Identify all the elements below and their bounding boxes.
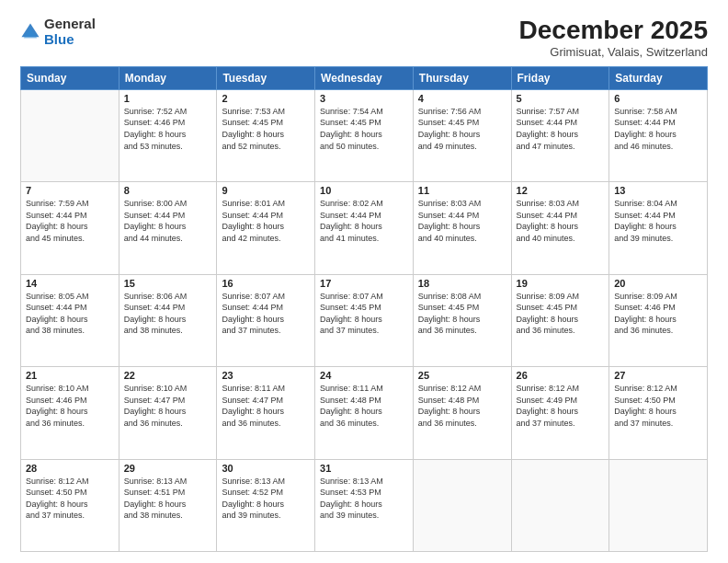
day-number: 18 — [418, 278, 506, 289]
day-number: 28 — [26, 463, 114, 474]
day-number: 14 — [26, 278, 114, 289]
day-info: Sunrise: 8:08 AM Sunset: 4:45 PM Dayligh… — [418, 291, 506, 337]
day-number: 25 — [418, 370, 506, 381]
calendar-week-4: 28Sunrise: 8:12 AM Sunset: 4:50 PM Dayli… — [21, 459, 708, 551]
calendar-cell: 31Sunrise: 8:13 AM Sunset: 4:53 PM Dayli… — [315, 459, 414, 551]
calendar-cell: 7Sunrise: 7:59 AM Sunset: 4:44 PM Daylig… — [21, 182, 119, 274]
day-info: Sunrise: 8:00 AM Sunset: 4:44 PM Dayligh… — [124, 198, 212, 244]
day-number: 10 — [320, 185, 408, 196]
day-number: 20 — [614, 278, 702, 289]
day-number: 30 — [222, 463, 310, 474]
col-header-saturday: Saturday — [609, 66, 708, 89]
calendar-cell: 14Sunrise: 8:05 AM Sunset: 4:44 PM Dayli… — [21, 274, 119, 366]
month-title: December 2025 — [519, 17, 708, 45]
day-number: 24 — [320, 370, 408, 381]
day-info: Sunrise: 7:57 AM Sunset: 4:44 PM Dayligh… — [517, 106, 605, 152]
day-info: Sunrise: 8:12 AM Sunset: 4:49 PM Dayligh… — [517, 383, 605, 429]
day-info: Sunrise: 8:12 AM Sunset: 4:48 PM Dayligh… — [418, 383, 506, 429]
calendar-header-row: SundayMondayTuesdayWednesdayThursdayFrid… — [21, 66, 708, 89]
day-number: 19 — [517, 278, 605, 289]
logo: General Blue — [20, 17, 96, 47]
day-info: Sunrise: 7:59 AM Sunset: 4:44 PM Dayligh… — [26, 198, 114, 244]
day-number: 1 — [124, 93, 212, 104]
day-number: 16 — [222, 278, 310, 289]
calendar-week-1: 7Sunrise: 7:59 AM Sunset: 4:44 PM Daylig… — [21, 182, 708, 274]
day-number: 15 — [124, 278, 212, 289]
day-info: Sunrise: 8:11 AM Sunset: 4:48 PM Dayligh… — [320, 383, 408, 429]
day-info: Sunrise: 8:11 AM Sunset: 4:47 PM Dayligh… — [222, 383, 310, 429]
day-info: Sunrise: 7:53 AM Sunset: 4:45 PM Dayligh… — [222, 106, 310, 152]
calendar-cell: 25Sunrise: 8:12 AM Sunset: 4:48 PM Dayli… — [413, 367, 511, 459]
day-info: Sunrise: 7:58 AM Sunset: 4:44 PM Dayligh… — [614, 106, 702, 152]
calendar-week-0: 1Sunrise: 7:52 AM Sunset: 4:46 PM Daylig… — [21, 89, 708, 181]
day-info: Sunrise: 8:09 AM Sunset: 4:45 PM Dayligh… — [517, 291, 605, 337]
title-block: December 2025 Grimisuat, Valais, Switzer… — [519, 17, 708, 59]
day-info: Sunrise: 8:10 AM Sunset: 4:47 PM Dayligh… — [124, 383, 212, 429]
day-number: 23 — [222, 370, 310, 381]
calendar-cell: 4Sunrise: 7:56 AM Sunset: 4:45 PM Daylig… — [413, 89, 511, 181]
calendar-cell: 29Sunrise: 8:13 AM Sunset: 4:51 PM Dayli… — [119, 459, 217, 551]
calendar-cell: 26Sunrise: 8:12 AM Sunset: 4:49 PM Dayli… — [511, 367, 609, 459]
day-number: 12 — [517, 185, 605, 196]
day-info: Sunrise: 7:54 AM Sunset: 4:45 PM Dayligh… — [320, 106, 408, 152]
day-info: Sunrise: 7:52 AM Sunset: 4:46 PM Dayligh… — [124, 106, 212, 152]
day-info: Sunrise: 8:06 AM Sunset: 4:44 PM Dayligh… — [124, 291, 212, 337]
day-info: Sunrise: 8:02 AM Sunset: 4:44 PM Dayligh… — [320, 198, 408, 244]
page: General Blue December 2025 Grimisuat, Va… — [0, 0, 728, 563]
logo-general: General — [44, 17, 96, 32]
day-info: Sunrise: 8:03 AM Sunset: 4:44 PM Dayligh… — [517, 198, 605, 244]
day-info: Sunrise: 8:07 AM Sunset: 4:45 PM Dayligh… — [320, 291, 408, 337]
day-info: Sunrise: 8:10 AM Sunset: 4:46 PM Dayligh… — [26, 383, 114, 429]
day-number: 13 — [614, 185, 702, 196]
col-header-sunday: Sunday — [21, 66, 119, 89]
subtitle: Grimisuat, Valais, Switzerland — [519, 45, 708, 59]
calendar-cell — [511, 459, 609, 551]
calendar-cell: 9Sunrise: 8:01 AM Sunset: 4:44 PM Daylig… — [217, 182, 315, 274]
calendar-table: SundayMondayTuesdayWednesdayThursdayFrid… — [20, 66, 708, 552]
col-header-tuesday: Tuesday — [217, 66, 315, 89]
calendar-cell: 15Sunrise: 8:06 AM Sunset: 4:44 PM Dayli… — [119, 274, 217, 366]
calendar-cell: 10Sunrise: 8:02 AM Sunset: 4:44 PM Dayli… — [315, 182, 414, 274]
day-number: 5 — [517, 93, 605, 104]
calendar-cell: 22Sunrise: 8:10 AM Sunset: 4:47 PM Dayli… — [119, 367, 217, 459]
day-number: 27 — [614, 370, 702, 381]
calendar-cell: 23Sunrise: 8:11 AM Sunset: 4:47 PM Dayli… — [217, 367, 315, 459]
day-info: Sunrise: 8:07 AM Sunset: 4:44 PM Dayligh… — [222, 291, 310, 337]
day-number: 29 — [124, 463, 212, 474]
day-number: 26 — [517, 370, 605, 381]
day-info: Sunrise: 8:01 AM Sunset: 4:44 PM Dayligh… — [222, 198, 310, 244]
day-info: Sunrise: 8:13 AM Sunset: 4:51 PM Dayligh… — [124, 476, 212, 522]
day-info: Sunrise: 8:05 AM Sunset: 4:44 PM Dayligh… — [26, 291, 114, 337]
col-header-monday: Monday — [119, 66, 217, 89]
day-number: 8 — [124, 185, 212, 196]
day-number: 21 — [26, 370, 114, 381]
calendar-cell: 17Sunrise: 8:07 AM Sunset: 4:45 PM Dayli… — [315, 274, 414, 366]
day-info: Sunrise: 8:04 AM Sunset: 4:44 PM Dayligh… — [614, 198, 702, 244]
col-header-thursday: Thursday — [413, 66, 511, 89]
calendar-cell: 27Sunrise: 8:12 AM Sunset: 4:50 PM Dayli… — [609, 367, 708, 459]
calendar-cell: 16Sunrise: 8:07 AM Sunset: 4:44 PM Dayli… — [217, 274, 315, 366]
day-number: 22 — [124, 370, 212, 381]
calendar-cell: 3Sunrise: 7:54 AM Sunset: 4:45 PM Daylig… — [315, 89, 414, 181]
calendar-cell: 5Sunrise: 7:57 AM Sunset: 4:44 PM Daylig… — [511, 89, 609, 181]
calendar-cell: 30Sunrise: 8:13 AM Sunset: 4:52 PM Dayli… — [217, 459, 315, 551]
col-header-friday: Friday — [511, 66, 609, 89]
day-number: 11 — [418, 185, 506, 196]
calendar-cell: 8Sunrise: 8:00 AM Sunset: 4:44 PM Daylig… — [119, 182, 217, 274]
day-number: 9 — [222, 185, 310, 196]
calendar-cell: 12Sunrise: 8:03 AM Sunset: 4:44 PM Dayli… — [511, 182, 609, 274]
calendar-cell — [413, 459, 511, 551]
calendar-cell: 21Sunrise: 8:10 AM Sunset: 4:46 PM Dayli… — [21, 367, 119, 459]
col-header-wednesday: Wednesday — [315, 66, 414, 89]
day-info: Sunrise: 8:09 AM Sunset: 4:46 PM Dayligh… — [614, 291, 702, 337]
header: General Blue December 2025 Grimisuat, Va… — [20, 17, 708, 59]
logo-icon — [20, 22, 40, 42]
day-info: Sunrise: 8:03 AM Sunset: 4:44 PM Dayligh… — [418, 198, 506, 244]
calendar-cell: 18Sunrise: 8:08 AM Sunset: 4:45 PM Dayli… — [413, 274, 511, 366]
day-info: Sunrise: 8:12 AM Sunset: 4:50 PM Dayligh… — [26, 476, 114, 522]
calendar-cell: 11Sunrise: 8:03 AM Sunset: 4:44 PM Dayli… — [413, 182, 511, 274]
day-number: 31 — [320, 463, 408, 474]
day-number: 7 — [26, 185, 114, 196]
day-info: Sunrise: 8:13 AM Sunset: 4:53 PM Dayligh… — [320, 476, 408, 522]
calendar-cell: 6Sunrise: 7:58 AM Sunset: 4:44 PM Daylig… — [609, 89, 708, 181]
